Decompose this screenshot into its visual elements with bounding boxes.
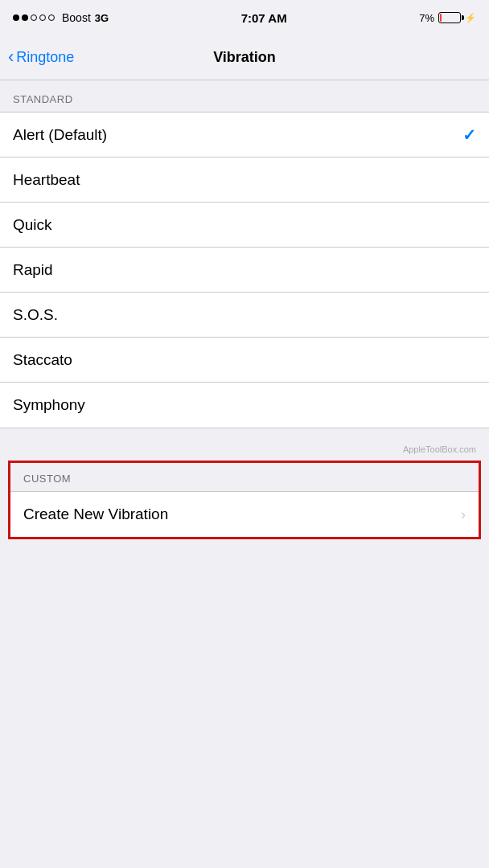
list-item-label: Quick xyxy=(13,216,52,234)
list-item[interactable]: Alert (Default) ✓ xyxy=(0,113,489,158)
list-item-label: S.O.S. xyxy=(13,306,58,324)
status-right: 7% ⚡ xyxy=(419,12,476,24)
standard-list: Alert (Default) ✓ Heartbeat Quick Rapid … xyxy=(0,112,489,428)
dot-3 xyxy=(31,14,37,21)
bottom-area xyxy=(0,544,489,868)
create-new-vibration-label: Create New Vibration xyxy=(23,506,168,523)
list-item[interactable]: Quick xyxy=(0,203,489,248)
standard-section-header: STANDARD xyxy=(0,80,489,112)
custom-section-header: CUSTOM xyxy=(10,463,479,491)
battery-icon xyxy=(438,12,461,23)
list-item[interactable]: Heartbeat xyxy=(0,158,489,203)
watermark: AppleToolBox.com xyxy=(0,441,489,456)
custom-section-highlight: CUSTOM Create New Vibration › xyxy=(8,461,481,539)
dot-5 xyxy=(48,14,55,21)
create-new-vibration-item[interactable]: Create New Vibration › xyxy=(10,492,479,537)
nav-bar: ‹ Ringtone Vibration xyxy=(0,35,489,80)
back-chevron-icon: ‹ xyxy=(8,48,14,66)
charging-bolt: ⚡ xyxy=(465,13,476,23)
network-type: 3G xyxy=(95,12,109,24)
list-item[interactable]: Rapid xyxy=(0,248,489,293)
battery-percent: 7% xyxy=(419,12,434,24)
list-item-label: Alert (Default) xyxy=(13,126,107,144)
carrier: Boost xyxy=(62,11,91,24)
nav-title: Vibration xyxy=(213,49,276,66)
status-left: Boost 3G xyxy=(13,11,109,24)
signal-dots xyxy=(13,14,55,21)
status-time: 7:07 AM xyxy=(241,11,287,25)
dot-2 xyxy=(22,14,28,21)
dot-1 xyxy=(13,14,19,21)
custom-list: Create New Vibration › xyxy=(10,491,479,537)
list-item-label: Symphony xyxy=(13,396,85,414)
back-label: Ringtone xyxy=(16,49,74,66)
list-item[interactable]: Staccato xyxy=(0,338,489,383)
back-button[interactable]: ‹ Ringtone xyxy=(8,49,74,66)
chevron-right-icon: › xyxy=(461,506,466,523)
list-item-label: Staccato xyxy=(13,351,72,369)
list-item[interactable]: Symphony xyxy=(0,383,489,428)
checkmark-icon: ✓ xyxy=(462,125,476,145)
dot-4 xyxy=(39,14,46,21)
list-item[interactable]: S.O.S. xyxy=(0,293,489,338)
section-gap xyxy=(0,428,489,441)
list-item-label: Heartbeat xyxy=(13,171,80,189)
status-bar: Boost 3G 7:07 AM 7% ⚡ xyxy=(0,0,489,35)
list-item-label: Rapid xyxy=(13,261,53,279)
